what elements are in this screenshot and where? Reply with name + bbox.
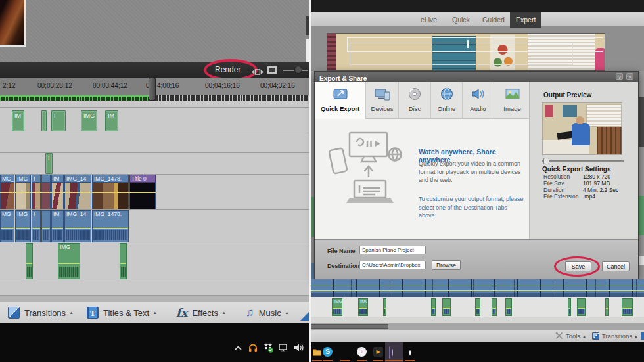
running-indicator — [312, 360, 322, 361]
audio-clip[interactable] — [431, 298, 436, 316]
audio-clip[interactable]: IMG — [358, 298, 368, 316]
audio-clip[interactable]: IMG_ — [58, 243, 80, 279]
timeline-audio-row-blue[interactable] — [311, 279, 644, 297]
tools-button[interactable]: Tools ▴ — [555, 330, 586, 342]
skype-icon[interactable]: S — [323, 347, 333, 357]
video-clip[interactable]: I — [32, 175, 41, 209]
tab-elive[interactable]: eLive — [415, 12, 443, 28]
thumb-bookshelf — [597, 127, 622, 155]
video-clip[interactable]: IMG — [15, 175, 31, 209]
running-indicator — [405, 360, 415, 361]
audio-clip[interactable] — [383, 298, 386, 316]
dropbox-icon[interactable] — [263, 342, 273, 353]
fit-timeline-icon[interactable] — [252, 66, 264, 78]
tab-label: Devices — [371, 105, 394, 112]
video-clip[interactable]: IMG_1478. — [92, 175, 129, 209]
export-share-dialog: Export & Share Quick Export Devices — [314, 71, 639, 279]
media-player-icon[interactable]: ▶ — [373, 347, 383, 357]
tab-image[interactable]: Image — [494, 82, 530, 119]
audio-clip[interactable] — [622, 298, 633, 316]
tab-audio[interactable]: Audio — [463, 82, 494, 119]
save-highlight-circle — [554, 256, 600, 277]
tools-icon — [555, 330, 563, 342]
title-clip[interactable]: Title 0 — [129, 175, 156, 209]
hidden-icons-chevron-icon[interactable] — [233, 344, 243, 352]
thumb-window — [586, 104, 622, 127]
audio-clip[interactable]: IMG_1478. — [92, 210, 129, 242]
browse-button[interactable]: Browse — [432, 260, 461, 270]
timeline-audio-row-green: IMGIMG — [311, 297, 644, 317]
video-still-clip[interactable]: IM — [105, 110, 118, 131]
audio-clip[interactable] — [568, 298, 571, 316]
tab-expert[interactable]: Expert — [510, 12, 541, 28]
video-clip[interactable] — [41, 175, 51, 209]
help-icon[interactable] — [616, 73, 623, 80]
cancel-button[interactable]: Cancel — [602, 261, 630, 271]
tab-quick-export[interactable]: Quick Export — [315, 82, 366, 119]
opacity-rubber-band[interactable] — [0, 192, 156, 193]
playhead-handle[interactable] — [149, 77, 156, 101]
close-icon[interactable] — [626, 73, 633, 80]
destination-input[interactable] — [359, 261, 426, 269]
video-still-clip[interactable]: I — [51, 110, 66, 131]
audio-clip[interactable] — [41, 210, 51, 242]
chevron-up-icon: ▴ — [286, 310, 288, 315]
audio-clip[interactable] — [26, 243, 33, 279]
audio-clip[interactable] — [577, 298, 586, 316]
headphones-icon[interactable] — [248, 342, 258, 353]
transitions-button-small[interactable]: Transitions ▴ — [592, 330, 637, 342]
audio-clip[interactable] — [475, 298, 480, 316]
horizontal-scrollbar[interactable] — [311, 323, 644, 330]
tab-quick[interactable]: Quick — [446, 12, 476, 28]
audio-clip[interactable] — [442, 298, 451, 316]
video-still-clip[interactable] — [41, 110, 47, 131]
video-clip[interactable]: IM — [51, 175, 64, 209]
preview-photo-fragment — [0, 0, 26, 47]
tab-disc[interactable]: Disc — [399, 82, 431, 119]
file-explorer-icon[interactable] — [312, 347, 322, 357]
chevron-up-icon: ▴ — [583, 334, 586, 339]
audio-clip[interactable]: IMG — [332, 298, 342, 316]
audio-clip[interactable] — [505, 298, 512, 316]
audio-clip[interactable] — [492, 298, 497, 316]
audio-clip[interactable] — [605, 298, 609, 316]
audio-clip[interactable]: IMG — [15, 210, 31, 242]
audio-clip[interactable]: IMG_14 — [64, 210, 91, 242]
track-size-icon[interactable] — [267, 66, 277, 74]
audio-clip[interactable]: MG_ — [0, 210, 14, 242]
bottom-toolbar: Tools ▴ Transitions ▴ — [311, 330, 644, 342]
tab-devices[interactable]: Devices — [366, 82, 399, 119]
background-sliver-right — [639, 71, 644, 279]
video-clip[interactable]: MG_ — [0, 175, 14, 209]
thumb-shelf-bin — [563, 105, 577, 117]
volume-icon[interactable] — [293, 342, 304, 353]
audio-clip[interactable] — [120, 243, 127, 279]
timeline-ruler[interactable]: 2;1200;03;28;1200;03;44;12004;00;1600;04… — [0, 78, 310, 95]
tab-guided[interactable]: Guided — [476, 12, 511, 28]
video-still-clip[interactable]: IM — [12, 110, 24, 131]
video-still-clip[interactable]: IMG — [81, 110, 97, 131]
audio-clip[interactable]: IM — [51, 210, 64, 242]
rendered-segment — [0, 95, 153, 101]
titles-text-button[interactable]: T Titles & Text ▴ — [87, 302, 156, 323]
premiere-elements-icon[interactable] — [389, 346, 390, 359]
tab-online[interactable]: Online — [431, 82, 463, 119]
quick-export-settings-title: Quick Export Settings — [542, 166, 610, 173]
itunes-icon[interactable]: ♪ — [357, 347, 367, 357]
scrubber-knob[interactable] — [543, 158, 549, 164]
file-name-input[interactable] — [359, 246, 426, 254]
transitions-button[interactable]: Transitions ▴ — [8, 302, 73, 323]
timecode-label: 00;03;28;12 — [37, 82, 72, 89]
effects-button[interactable]: fx Effects ▴ — [176, 302, 225, 323]
audio-clip[interactable]: I — [32, 210, 41, 242]
music-button[interactable]: ♫ Music ▴ — [246, 302, 288, 323]
preview-scrubber[interactable] — [542, 160, 624, 162]
zoom-slider-knob[interactable] — [294, 66, 302, 74]
dialog-titlebar[interactable]: Export & Share — [315, 72, 638, 82]
video-monitor-area — [311, 28, 644, 71]
network-icon[interactable] — [278, 342, 288, 353]
scrollbar-thumb[interactable] — [311, 324, 388, 329]
video-clip[interactable]: IMG_14 — [64, 175, 91, 209]
tools-label: Tools — [566, 332, 580, 340]
video-still-clip[interactable]: I — [45, 153, 53, 174]
